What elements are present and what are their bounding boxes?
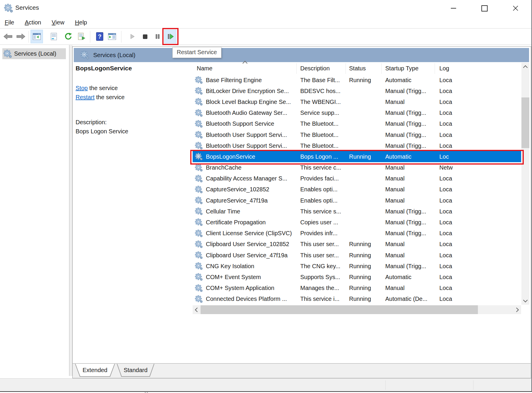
menu-action[interactable]: Action [25,19,41,26]
table-row[interactable]: CaptureService_47f19a Enables opti... Ma… [193,195,521,206]
column-separator[interactable] [346,63,346,74]
refresh-button[interactable] [62,30,74,43]
status-bar-divider [473,380,473,390]
horizontal-scrollbar-thumb[interactable] [201,305,478,314]
scroll-right-button[interactable] [513,305,521,314]
properties-icon [50,32,58,41]
table-row[interactable]: Base Filtering Engine The Base Filt... R… [193,74,521,85]
pane-header-title: Services (Local) [93,52,135,59]
stop-link-suffix: the service [88,85,118,91]
stop-service-link[interactable]: Stop [76,85,88,91]
service-startup-type-cell: Manual [385,175,405,182]
table-row[interactable]: Bluetooth Support Service The Bluetoot..… [193,118,521,129]
close-button[interactable] [509,1,522,15]
table-row[interactable]: Connected Devices Platform ... This serv… [193,293,521,304]
service-startup-type-cell: Automatic [385,77,411,83]
service-log-on-as-cell: Loca [439,87,521,94]
service-gear-icon [195,284,203,292]
service-log-on-as-cell: Loca [439,197,521,204]
minimize-button[interactable] [447,1,460,15]
service-status-cell: Running [349,77,371,83]
show-action-pane-button[interactable] [106,30,118,43]
tab-extended[interactable]: Extended [75,364,115,377]
status-bar-divider [385,380,386,390]
service-log-on-as-cell: Loca [439,273,521,280]
scroll-up-button[interactable] [521,63,529,71]
vertical-scrollbar[interactable] [521,63,529,305]
pane-header-gear-icon [80,51,89,59]
back-arrow-icon [3,33,13,40]
column-header-status[interactable]: Status [349,65,366,72]
table-row[interactable]: CaptureService_102852 Enables opti... Ma… [193,184,521,195]
properties-button[interactable] [48,30,60,43]
table-row[interactable]: CNG Key Isolation The CNG key... Running… [193,261,521,271]
service-gear-icon [195,98,203,106]
table-row[interactable]: BitLocker Drive Encryption Se... BDESVC … [193,85,521,96]
service-status-cell: Running [349,296,371,302]
service-startup-type-cell: Automatic (De... [385,296,427,302]
pause-service-button[interactable] [151,30,164,43]
scroll-down-button[interactable] [521,297,529,305]
column-header-description[interactable]: Description [300,65,330,72]
table-row[interactable]: Bluetooth Audio Gateway Ser... Service s… [193,107,521,118]
toolbar: ? [0,28,532,45]
service-status-cell: Running [349,273,371,280]
table-row[interactable]: COM+ System Application Manages the... R… [193,283,521,293]
forward-button[interactable] [15,30,27,43]
table-row[interactable]: Client License Service (ClipSVC) Provide… [193,228,521,239]
pane-divider[interactable] [69,45,72,376]
chevron-right-icon [514,307,519,312]
column-separator[interactable] [435,63,435,74]
service-startup-type-cell: Manual (Trigg... [385,87,426,94]
service-log-on-as-cell: Loca [439,230,521,237]
column-header-log-on-as[interactable]: Log [439,65,449,72]
service-name-cell: Cellular Time [206,208,240,215]
chevron-left-icon [195,307,200,312]
menu-file[interactable]: File [5,19,14,26]
vertical-scrollbar-thumb[interactable] [521,97,529,148]
table-row[interactable]: Block Level Backup Engine Se... The WBEN… [193,96,521,107]
export-list-button[interactable] [75,30,88,43]
table-row[interactable]: Clipboard User Service_102852 This user … [193,239,521,250]
horizontal-scrollbar[interactable] [193,305,521,314]
tab-standard[interactable]: Standard [117,364,154,377]
restart-service-link[interactable]: Restart [76,94,94,100]
start-service-button[interactable] [126,30,138,43]
tree-item-services-local[interactable]: Services (Local) [2,48,66,59]
tooltip: Restart Service [172,47,221,58]
scroll-left-button[interactable] [193,305,201,314]
service-description-cell: This user ser... [300,241,339,248]
services-gear-icon [4,50,12,58]
table-row[interactable]: Certificate Propagation Copies user ... … [193,217,521,228]
table-row[interactable]: Clipboard User Service_47f19a This user … [193,250,521,261]
help-button[interactable]: ? [94,30,106,43]
pause-icon [154,33,161,40]
service-name-cell: Clipboard User Service_102852 [206,241,289,248]
window-bottom-edge [0,391,532,392]
column-header-startup-type[interactable]: Startup Type [385,65,418,72]
table-row[interactable]: Bluetooth User Support Servi... The Blue… [193,140,521,151]
chevron-down-icon [523,298,528,303]
service-startup-type-cell: Manual [385,186,405,193]
minimize-icon [451,8,456,9]
table-row[interactable]: COM+ Event System Supports Sys... Runnin… [193,271,521,282]
menu-help[interactable]: Help [75,19,87,26]
stop-service-button[interactable] [139,30,151,43]
service-log-on-as-cell: Loca [439,263,521,269]
service-gear-icon [195,175,203,183]
service-description-cell: This service s... [300,208,341,215]
table-row[interactable]: Cellular Time This service s... Manual (… [193,206,521,217]
menu-view[interactable]: View [52,19,64,26]
column-header-name[interactable]: Name [197,65,212,72]
table-row[interactable]: Capability Access Manager S... Provides … [193,173,521,184]
show-console-tree-button[interactable] [31,30,43,43]
column-separator[interactable] [296,63,297,74]
table-row[interactable]: Bluetooth User Support Servi... The Blue… [193,129,521,140]
maximize-button[interactable] [478,1,491,15]
window-title: Services [15,4,39,11]
back-button[interactable] [2,30,14,43]
service-name-cell: Connected Devices Platform ... [206,296,287,302]
selected-service-name: BopsLogonService [76,65,132,72]
service-name-cell: Bluetooth User Support Servi... [206,142,287,149]
column-separator[interactable] [381,63,382,74]
